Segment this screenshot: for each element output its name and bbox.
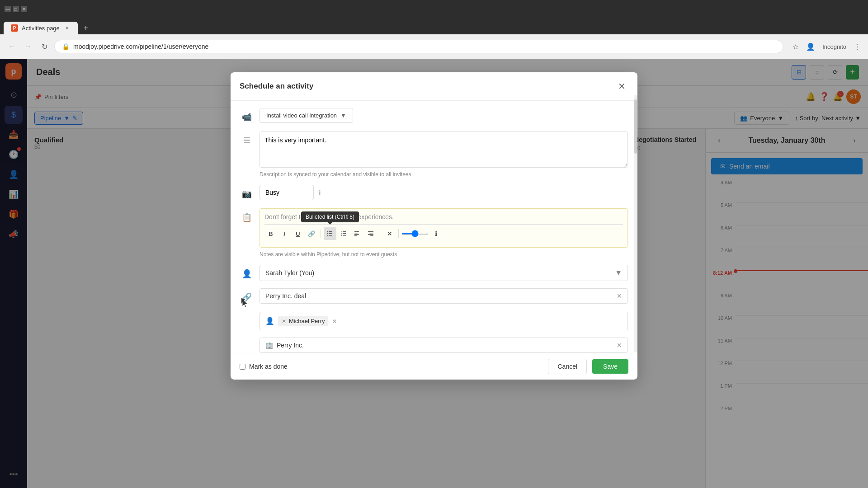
video-integration-label: Install video call integration <box>266 112 337 119</box>
svg-rect-15 <box>354 235 357 236</box>
svg-rect-8 <box>343 235 346 236</box>
forward-button[interactable]: → <box>22 40 34 53</box>
video-chevron-icon: ▼ <box>340 112 346 119</box>
browser-chrome: — □ ✕ P Activities page ✕ + ← → ↻ 🔒 mood… <box>0 0 868 59</box>
link-button[interactable]: 🔗 <box>305 227 318 240</box>
svg-rect-1 <box>329 233 332 234</box>
numbered-list-button[interactable]: 1 2 3 <box>337 227 350 240</box>
contact-row: 👤 ✕ Michael Perry ✕ <box>240 312 628 330</box>
notes-icon: 📋 <box>240 210 254 225</box>
align-left-button[interactable] <box>351 227 363 240</box>
extensions-icon[interactable]: ⋮ <box>852 41 863 53</box>
svg-rect-16 <box>368 231 373 232</box>
svg-rect-13 <box>354 233 358 234</box>
schedule-activity-modal: Schedule an activity ✕ 📹 Install video c… <box>231 72 637 380</box>
svg-point-5 <box>327 235 328 236</box>
tab-title: Activities page <box>22 25 60 32</box>
modal-overlay: Schedule an activity ✕ 📹 Install video c… <box>0 59 868 488</box>
address-bar[interactable]: 🔒 moodjoy.pipedrive.com/pipeline/1/user/… <box>54 40 783 53</box>
contact-person-icon: 👤 <box>265 317 274 325</box>
italic-button[interactable]: I <box>278 227 291 240</box>
profile-icon[interactable]: 👤 <box>804 41 817 53</box>
notes-field: Don't forget to mention your past experi… <box>259 208 628 258</box>
svg-rect-12 <box>354 231 359 232</box>
scrollbar-thumb <box>634 101 637 154</box>
mark-done-container: Mark as done <box>240 363 288 370</box>
description-row: ☰ This is very important. Description is… <box>240 131 628 178</box>
org-spacer <box>240 339 254 353</box>
video-integration-field: Install video call integration ▼ <box>259 108 628 123</box>
org-field-clear-button[interactable]: ✕ <box>617 342 622 349</box>
modal-scrollbar[interactable] <box>634 101 637 352</box>
deal-link-field: Perry Inc. deal ✕ <box>259 288 628 304</box>
svg-rect-0 <box>329 231 332 232</box>
modal-header: Schedule an activity ✕ <box>231 72 637 101</box>
assignee-value: Sarah Tyler (You) <box>265 269 314 277</box>
contact-chip-remove-button[interactable]: ✕ <box>282 318 286 324</box>
organization-value: Perry Inc. <box>277 342 613 349</box>
modal-close-button[interactable]: ✕ <box>615 80 628 93</box>
contact-name: Michael Perry <box>289 318 325 324</box>
description-textarea[interactable]: This is very important. <box>259 131 628 168</box>
deal-link-value: Perry Inc. deal <box>265 292 613 300</box>
mark-done-checkbox[interactable] <box>240 364 245 370</box>
tab-close-button[interactable]: ✕ <box>63 24 71 32</box>
modal-form: 📹 Install video call integration ▼ ☰ Thi… <box>231 101 637 353</box>
deal-link-icon: 🔗 <box>240 290 254 305</box>
underline-button[interactable]: U <box>292 227 304 240</box>
reload-button[interactable]: ↻ <box>38 40 51 53</box>
tab-favicon: P <box>11 24 18 32</box>
contact-chip-michael: ✕ Michael Perry <box>278 316 328 326</box>
url-text: moodjoy.pipedrive.com/pipeline/1/user/ev… <box>73 43 208 50</box>
busy-status-select[interactable]: Busy Free <box>259 185 314 200</box>
minimize-button[interactable]: — <box>5 6 11 12</box>
new-tab-button[interactable]: + <box>80 22 92 34</box>
toolbar-separator-1 <box>321 229 321 238</box>
svg-rect-7 <box>343 233 346 234</box>
deal-link-clear-button[interactable]: ✕ <box>617 292 622 300</box>
active-tab[interactable]: P Activities page ✕ <box>4 22 78 34</box>
busy-icon: 📷 <box>240 187 254 201</box>
text-size-slider[interactable] <box>401 233 429 235</box>
assignee-dropdown[interactable]: Sarah Tyler (You) ▼ <box>259 265 628 281</box>
notes-hint: Notes are visible within Pipedrive, but … <box>259 251 628 258</box>
bullet-list-button[interactable] <box>324 227 336 240</box>
assignee-chevron-icon: ▼ <box>615 269 622 277</box>
description-icon: ☰ <box>240 133 254 148</box>
video-integration-row: 📹 Install video call integration ▼ <box>240 108 628 124</box>
busy-info-icon[interactable]: ℹ <box>318 188 321 197</box>
assignee-field: Sarah Tyler (You) ▼ <box>259 265 628 281</box>
svg-rect-2 <box>329 235 332 236</box>
svg-point-3 <box>327 231 328 232</box>
deal-link-input[interactable]: Perry Inc. deal ✕ <box>259 288 628 304</box>
contact-input-row[interactable]: 👤 ✕ Michael Perry ✕ <box>259 312 628 330</box>
mark-done-label[interactable]: Mark as done <box>249 363 288 370</box>
bold-button[interactable]: B <box>264 227 277 240</box>
org-icon: 🏢 <box>265 342 273 349</box>
bookmark-icon[interactable]: ☆ <box>791 41 801 53</box>
contact-field-clear-button[interactable]: ✕ <box>332 318 337 325</box>
svg-rect-6 <box>343 231 346 232</box>
browser-titlebar: — □ ✕ <box>0 0 868 18</box>
organization-row: 🏢 Perry Inc. ✕ <box>240 338 628 353</box>
assignee-icon: 👤 <box>240 267 254 281</box>
modal-footer: Mark as done Cancel Save <box>231 353 637 380</box>
clear-format-button[interactable]: ✕ <box>383 227 396 240</box>
organization-input[interactable]: 🏢 Perry Inc. ✕ <box>259 338 628 353</box>
modal-body: 📹 Install video call integration ▼ ☰ Thi… <box>231 101 637 353</box>
description-hint: Description is synced to your calendar a… <box>259 171 628 178</box>
cancel-button[interactable]: Cancel <box>548 359 587 374</box>
video-integration-button[interactable]: Install video call integration ▼ <box>259 108 353 123</box>
back-button[interactable]: ← <box>5 40 18 53</box>
svg-rect-14 <box>354 234 359 235</box>
notes-info-button[interactable]: ℹ <box>429 227 442 240</box>
notes-formatting-toolbar: B I U 🔗 <box>264 224 623 243</box>
svg-text:3: 3 <box>341 234 342 236</box>
description-field: This is very important. Description is s… <box>259 131 628 178</box>
window-controls[interactable]: — □ ✕ <box>5 6 27 12</box>
maximize-button[interactable]: □ <box>13 6 19 12</box>
close-button[interactable]: ✕ <box>21 6 27 12</box>
align-right-button[interactable] <box>364 227 377 240</box>
notes-editor[interactable]: Don't forget to mention your past experi… <box>259 208 628 248</box>
save-button[interactable]: Save <box>592 359 628 374</box>
